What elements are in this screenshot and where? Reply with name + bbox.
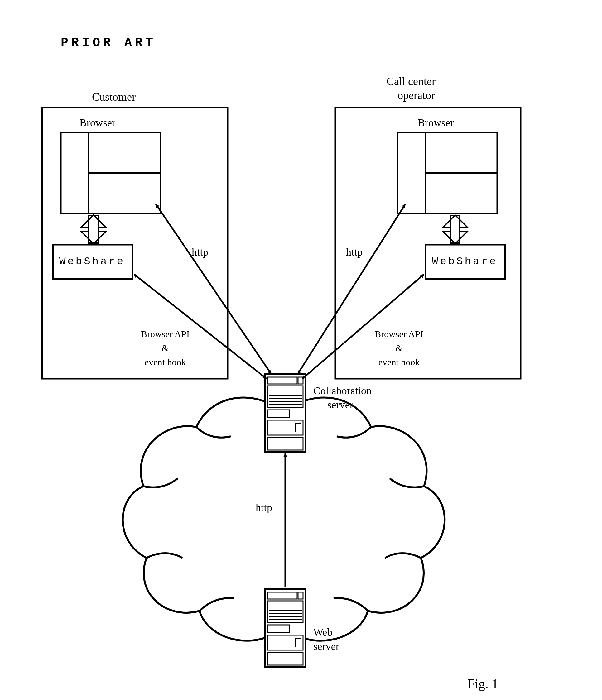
collab-server-label-line1: Collaboration bbox=[313, 385, 371, 397]
web-server-label-line2: server bbox=[313, 641, 339, 652]
svg-rect-23 bbox=[267, 438, 303, 450]
customer-webshare-label: WebShare bbox=[59, 255, 125, 268]
svg-rect-26 bbox=[298, 592, 303, 599]
operator-title-line1: Call center bbox=[387, 75, 435, 88]
customer-api-line3: event hook bbox=[126, 357, 204, 368]
customer-api-line1: Browser API bbox=[126, 329, 204, 340]
operator-api-line1: Browser API bbox=[360, 329, 438, 340]
web-server-label-line1: Web bbox=[313, 626, 332, 638]
customer-api-line2: & bbox=[126, 343, 204, 353]
customer-browser-label: Browser bbox=[79, 117, 115, 129]
svg-rect-20 bbox=[267, 410, 289, 418]
collab-server-label-line2: server bbox=[327, 399, 353, 411]
svg-rect-22 bbox=[295, 423, 301, 432]
figure-label: Fig. 1 bbox=[467, 676, 498, 691]
svg-rect-25 bbox=[267, 592, 297, 599]
operator-api-line3: event hook bbox=[360, 357, 438, 368]
operator-browser-label: Browser bbox=[418, 117, 454, 129]
http-label-bottom: http bbox=[256, 502, 272, 514]
operator-title-line2: operator bbox=[398, 89, 435, 102]
customer-title: Customer bbox=[92, 91, 136, 103]
operator-api-line2: & bbox=[360, 343, 438, 353]
svg-rect-37 bbox=[267, 653, 303, 665]
svg-rect-36 bbox=[295, 638, 301, 647]
http-label-left: http bbox=[192, 246, 208, 258]
operator-webshare-label: WebShare bbox=[432, 255, 498, 268]
svg-rect-11 bbox=[267, 377, 297, 384]
collab-server-icon bbox=[265, 374, 306, 452]
web-server-icon bbox=[265, 589, 306, 667]
svg-rect-34 bbox=[267, 625, 289, 633]
http-label-right: http bbox=[346, 246, 363, 258]
